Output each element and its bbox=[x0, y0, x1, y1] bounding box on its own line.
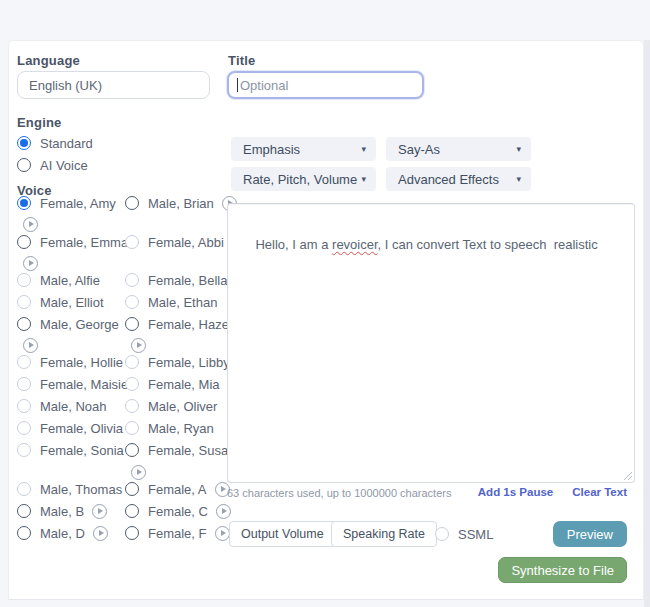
voice-option[interactable]: Female, Maisie bbox=[17, 374, 128, 394]
play-icon[interactable] bbox=[23, 338, 38, 353]
voice-option-label: Female, Libby bbox=[148, 355, 230, 370]
voice-radio[interactable] bbox=[17, 273, 31, 287]
play-icon[interactable] bbox=[131, 465, 146, 480]
voice-option[interactable]: Female, Mia bbox=[125, 374, 220, 394]
voice-option-label: Male, Ryan bbox=[148, 421, 214, 436]
voice-play-row[interactable] bbox=[23, 214, 38, 234]
voice-radio[interactable] bbox=[17, 196, 31, 210]
play-triangle bbox=[137, 342, 142, 348]
voice-option-label: Male, Brian bbox=[148, 196, 214, 211]
title-input[interactable] bbox=[227, 71, 424, 99]
voice-option[interactable]: Female, Sonia bbox=[17, 440, 124, 460]
voice-option[interactable]: Male, Oliver bbox=[125, 396, 217, 416]
voice-option-label: Male, Elliot bbox=[40, 295, 104, 310]
voice-option[interactable]: Female, C bbox=[125, 501, 231, 521]
voice-radio[interactable] bbox=[17, 235, 31, 249]
play-icon[interactable] bbox=[216, 504, 231, 519]
clear-text-link[interactable]: Clear Text bbox=[572, 486, 627, 498]
voice-radio[interactable] bbox=[125, 526, 139, 540]
play-icon[interactable] bbox=[215, 526, 230, 541]
dropdown-emphasis[interactable]: Emphasis▾ bbox=[231, 137, 376, 161]
voice-radio[interactable] bbox=[125, 196, 139, 210]
voice-radio[interactable] bbox=[125, 443, 139, 457]
voice-option[interactable]: Male, Ryan bbox=[125, 418, 214, 438]
voice-option[interactable]: Male, D bbox=[17, 523, 108, 543]
voice-option[interactable]: Female, Susan bbox=[125, 440, 235, 460]
voice-radio[interactable] bbox=[125, 273, 139, 287]
voice-option[interactable]: Female, Abbi bbox=[125, 232, 224, 252]
voice-option[interactable]: Female, Amy bbox=[17, 193, 116, 213]
voice-option[interactable]: Female, Bella bbox=[125, 270, 227, 290]
voice-radio[interactable] bbox=[17, 355, 31, 369]
voice-radio[interactable] bbox=[125, 504, 139, 518]
engine-option[interactable]: AI Voice bbox=[17, 155, 88, 175]
voice-radio[interactable] bbox=[17, 421, 31, 435]
voice-option[interactable]: Female, Libby bbox=[125, 352, 230, 372]
voice-radio[interactable] bbox=[125, 235, 139, 249]
voice-radio[interactable] bbox=[17, 317, 31, 331]
play-icon[interactable] bbox=[131, 338, 146, 353]
language-select[interactable] bbox=[17, 71, 210, 99]
voice-option[interactable]: Female, Hazel bbox=[125, 314, 232, 334]
voice-radio[interactable] bbox=[17, 295, 31, 309]
voice-radio[interactable] bbox=[17, 482, 31, 496]
voice-radio[interactable] bbox=[125, 317, 139, 331]
voice-radio[interactable] bbox=[17, 377, 31, 391]
text-input-area[interactable]: Hello, I am a revoicer, I can convert Te… bbox=[227, 203, 635, 483]
engine-option[interactable]: Standard bbox=[17, 133, 93, 153]
add-pause-link[interactable]: Add 1s Pause bbox=[478, 486, 553, 498]
resize-handle-icon[interactable] bbox=[622, 470, 632, 480]
engine-option-label: AI Voice bbox=[40, 158, 88, 173]
dropdown-say-as[interactable]: Say-As▾ bbox=[386, 137, 531, 161]
voice-option-label: Male, Alfie bbox=[40, 273, 100, 288]
synthesize-button[interactable]: Synthesize to File bbox=[498, 557, 627, 583]
voice-radio[interactable] bbox=[17, 399, 31, 413]
voice-radio[interactable] bbox=[125, 482, 139, 496]
chevron-down-icon: ▾ bbox=[361, 174, 366, 184]
play-icon[interactable] bbox=[93, 526, 108, 541]
engine-radio[interactable] bbox=[17, 136, 31, 150]
voice-radio[interactable] bbox=[125, 295, 139, 309]
dropdown-advanced-effects[interactable]: Advanced Effects▾ bbox=[386, 167, 531, 191]
play-triangle bbox=[29, 260, 34, 266]
speaking-rate-button[interactable]: Speaking Rate bbox=[331, 521, 437, 547]
voice-radio[interactable] bbox=[17, 504, 31, 518]
page-scrollbar[interactable] bbox=[644, 40, 650, 607]
output-volume-button[interactable]: Output Volume bbox=[229, 521, 336, 547]
voice-radio[interactable] bbox=[17, 443, 31, 457]
voice-option[interactable]: Male, Thomas bbox=[17, 479, 122, 499]
voice-option-label: Female, Olivia bbox=[40, 421, 123, 436]
play-triangle bbox=[137, 469, 142, 475]
ssml-radio[interactable] bbox=[435, 527, 449, 541]
voice-option[interactable]: Male, Brian bbox=[125, 193, 237, 213]
preview-button[interactable]: Preview bbox=[553, 521, 627, 547]
misspelled-word: revoicer bbox=[332, 237, 378, 252]
voice-option[interactable]: Male, George bbox=[17, 314, 119, 334]
voice-radio[interactable] bbox=[125, 399, 139, 413]
play-icon[interactable] bbox=[23, 256, 38, 271]
play-icon[interactable] bbox=[92, 504, 107, 519]
voice-option[interactable]: Male, Elliot bbox=[17, 292, 104, 312]
voice-option[interactable]: Female, Olivia bbox=[17, 418, 123, 438]
voice-radio[interactable] bbox=[125, 421, 139, 435]
voice-option[interactable]: Female, A bbox=[125, 479, 230, 499]
voice-radio[interactable] bbox=[17, 526, 31, 540]
voice-option-label: Female, Hazel bbox=[148, 317, 232, 332]
voice-radio[interactable] bbox=[125, 355, 139, 369]
voice-option-label: Male, Ethan bbox=[148, 295, 217, 310]
tts-panel: Language Engine StandardAI Voice Voice F… bbox=[8, 40, 644, 600]
voice-option[interactable]: Male, B bbox=[17, 501, 107, 521]
voice-option[interactable]: Male, Noah bbox=[17, 396, 106, 416]
engine-radio[interactable] bbox=[17, 158, 31, 172]
character-count: 63 characters used, up to 1000000 charac… bbox=[227, 487, 451, 499]
voice-option[interactable]: Female, Emma bbox=[17, 232, 128, 252]
dropdown-rate-pitch-volume[interactable]: Rate, Pitch, Volume▾ bbox=[231, 167, 376, 191]
voice-radio[interactable] bbox=[125, 377, 139, 391]
voice-option[interactable]: Female, Hollie bbox=[17, 352, 123, 372]
voice-option[interactable]: Male, Alfie bbox=[17, 270, 100, 290]
play-icon[interactable] bbox=[23, 217, 38, 232]
ssml-option[interactable]: SSML bbox=[435, 524, 493, 544]
voice-option-label: Male, Oliver bbox=[148, 399, 217, 414]
voice-option[interactable]: Female, F bbox=[125, 523, 230, 543]
voice-option[interactable]: Male, Ethan bbox=[125, 292, 217, 312]
